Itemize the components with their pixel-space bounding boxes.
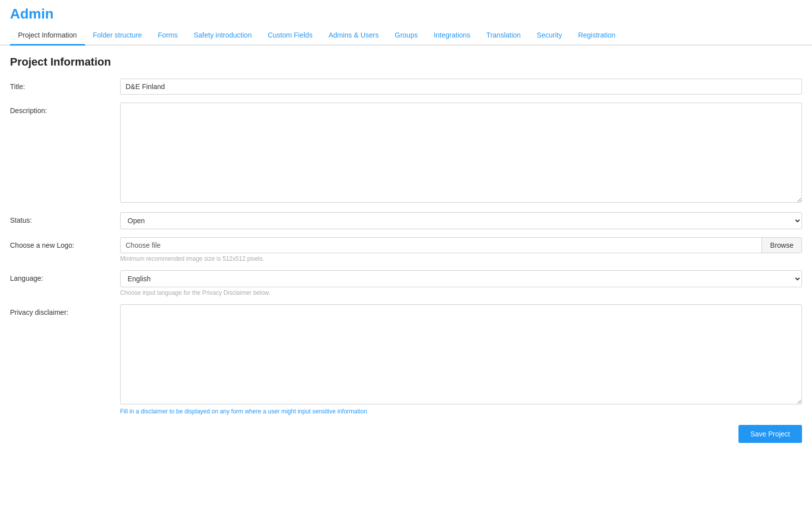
logo-hint: Minimum recommended image size is 512x51… (120, 255, 802, 262)
status-select[interactable]: OpenClosedArchived (120, 212, 802, 229)
title-row: Title: (10, 79, 802, 95)
description-control-wrap (120, 103, 802, 204)
tab-translation[interactable]: Translation (478, 26, 529, 46)
page-title: Project Information (10, 56, 802, 69)
logo-control-wrap: Choose file Browse Minimum recommended i… (120, 237, 802, 262)
browse-button[interactable]: Browse (761, 238, 801, 253)
title-input[interactable] (120, 79, 802, 95)
file-input-wrap: Choose file Browse (120, 237, 802, 253)
tab-admins-users[interactable]: Admins & Users (321, 26, 387, 46)
tab-registration[interactable]: Registration (570, 26, 623, 46)
language-hint: Choose input language for the Privacy Di… (120, 289, 802, 296)
app-title: Admin (10, 6, 802, 22)
privacy-label: Privacy disclaimer: (10, 304, 120, 316)
tab-custom-fields[interactable]: Custom Fields (260, 26, 320, 46)
file-input-text: Choose file (121, 238, 761, 253)
tab-groups[interactable]: Groups (387, 26, 426, 46)
privacy-hint: Fill in a disclaimer to be displayed on … (120, 408, 802, 415)
description-label: Description: (10, 103, 120, 115)
status-label: Status: (10, 212, 120, 224)
privacy-control-wrap: Fill in a disclaimer to be displayed on … (120, 304, 802, 415)
title-control-wrap (120, 79, 802, 95)
privacy-textarea[interactable] (120, 304, 802, 404)
language-label: Language: (10, 270, 120, 282)
status-control-wrap: OpenClosedArchived (120, 212, 802, 229)
language-select[interactable]: EnglishFinnishSwedishNorwegian (120, 270, 802, 287)
language-row: Language: EnglishFinnishSwedishNorwegian… (10, 270, 802, 296)
privacy-row: Privacy disclaimer: Fill in a disclaimer… (10, 304, 802, 415)
save-button[interactable]: Save Project (738, 425, 802, 443)
title-label: Title: (10, 79, 120, 91)
language-control-wrap: EnglishFinnishSwedishNorwegian Choose in… (120, 270, 802, 296)
logo-label: Choose a new Logo: (10, 237, 120, 249)
tab-security[interactable]: Security (529, 26, 570, 46)
save-btn-wrap: Save Project (10, 425, 802, 453)
description-textarea[interactable] (120, 103, 802, 203)
app-header: Admin (0, 0, 812, 22)
logo-row: Choose a new Logo: Choose file Browse Mi… (10, 237, 802, 262)
main-content: Project Information Title: Description: … (0, 46, 812, 463)
tab-navigation: Project InformationFolder structureForms… (0, 26, 812, 46)
tab-integrations[interactable]: Integrations (426, 26, 478, 46)
tab-folder-structure[interactable]: Folder structure (85, 26, 150, 46)
tab-project-information[interactable]: Project Information (10, 26, 85, 46)
description-row: Description: (10, 103, 802, 204)
tab-safety-introduction[interactable]: Safety introduction (186, 26, 260, 46)
tab-forms[interactable]: Forms (150, 26, 186, 46)
status-row: Status: OpenClosedArchived (10, 212, 802, 229)
